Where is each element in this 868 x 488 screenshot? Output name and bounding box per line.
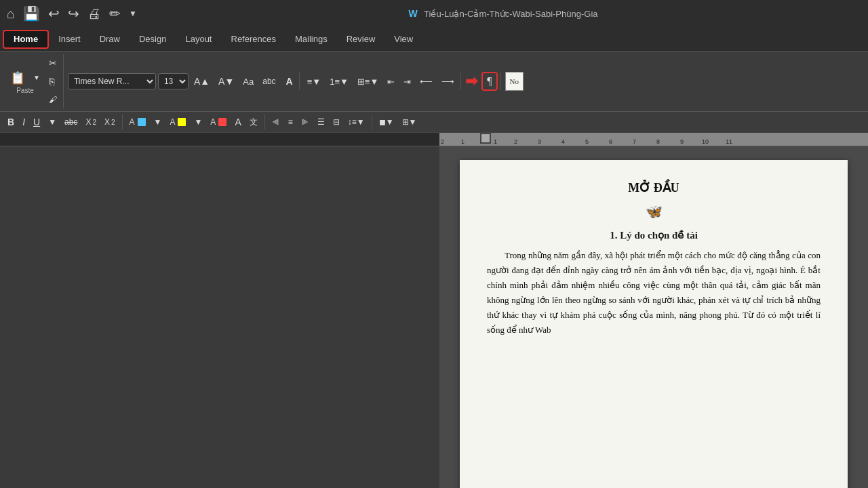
undo-icon[interactable]: ↩ <box>48 5 60 22</box>
doc-title: W Tiều-Luận-Cảm-Thức-Wabi-Sabi-Phùng-Gia <box>408 8 597 19</box>
menu-insert[interactable]: Insert <box>49 30 90 49</box>
left-to-right[interactable]: ⟵ <box>416 73 436 90</box>
paragraph-mark-button[interactable]: ¶ <box>481 72 497 91</box>
menu-review[interactable]: Review <box>337 30 385 49</box>
main-area: MỞ ĐẦU 🦋 1. Lý do chọn đề tài Trong nhữn… <box>0 146 868 488</box>
edit-icon[interactable]: ✏ <box>109 5 121 22</box>
clear-format[interactable]: abc <box>259 73 280 90</box>
font-color-dropdown[interactable]: ▼ <box>151 114 165 130</box>
menu-draw[interactable]: Draw <box>90 30 130 49</box>
menu-references[interactable]: References <box>222 30 285 49</box>
cut-button[interactable]: ✂ <box>45 54 60 72</box>
menu-bar: Home Insert Draw Design Layout Reference… <box>0 27 868 52</box>
list-group: ≡▼ 1≡▼ ⊞≡▼ ⇤ ⇥ ⟵ ⟶ <box>301 73 462 90</box>
menu-mailings[interactable]: Mailings <box>285 30 337 49</box>
ruler-left-margin <box>0 133 439 146</box>
font-size-up[interactable]: A▲ <box>191 73 213 90</box>
highlight-dropdown[interactable]: ▼ <box>191 114 205 130</box>
arrow-icon: ➡ <box>465 73 477 90</box>
menu-home[interactable]: Home <box>3 30 49 49</box>
copy-button[interactable]: ⎘ <box>45 73 60 90</box>
title-bar: ⌂ 💾 ↩ ↪ 🖨 ✏ ▼ W Tiều-Luận-Cảm-Thức-Wabi-… <box>0 0 868 27</box>
highlight-button[interactable]: A <box>166 114 189 130</box>
left-panel <box>0 146 439 488</box>
align-left[interactable]: ⫷ <box>269 114 283 130</box>
borders-button[interactable]: ⊞▼ <box>399 114 420 130</box>
print-icon[interactable]: 🖨 <box>87 6 101 22</box>
line-spacing-button[interactable]: ↕≡▼ <box>344 114 368 130</box>
divider1 <box>122 115 123 129</box>
underline-button[interactable]: U <box>30 114 43 130</box>
strikethrough-button[interactable]: abc <box>61 114 81 130</box>
ruler-tab-marker[interactable] <box>480 133 491 144</box>
font-group: Times New R... 13 A▲ A▼ Aa abc A <box>65 73 300 90</box>
text-char-button[interactable]: A <box>231 114 244 130</box>
superscript-button[interactable]: X2 <box>101 114 119 130</box>
redo-icon[interactable]: ↪ <box>68 5 79 22</box>
butterfly-icon: 🦋 <box>487 203 821 220</box>
subscript-button[interactable]: X2 <box>82 114 100 130</box>
bullet-list[interactable]: ≡▼ <box>304 73 324 90</box>
para-mark-group: ➡ ¶ <box>462 72 500 91</box>
right-to-left[interactable]: ⟶ <box>438 73 458 90</box>
paste-label: Paste <box>16 87 34 94</box>
shading-fill[interactable]: ◼▼ <box>376 114 397 130</box>
align-center[interactable]: ≡ <box>285 114 296 130</box>
font-size-down[interactable]: A▼ <box>215 73 237 90</box>
more-icon[interactable]: ▼ <box>129 9 137 18</box>
text-effects[interactable]: A <box>283 73 296 90</box>
paste-group: 📋 ▼ Paste ✂ ⎘ 🖌 <box>4 54 64 108</box>
format-painter[interactable]: 🖌 <box>45 91 60 108</box>
ribbon-format-row: B I U ▼ abc X2 X2 A ▼ A ▼ A A 文 ⫷ ≡ ⫸ ☰ … <box>0 112 868 133</box>
menu-layout[interactable]: Layout <box>176 30 221 49</box>
ribbon-toolbar: 📋 ▼ Paste ✂ ⎘ 🖌 Times New R... 13 A▲ A▼ … <box>0 52 868 112</box>
bold-button[interactable]: B <box>4 114 18 130</box>
font-size-selector[interactable]: 13 <box>158 73 189 89</box>
divider3 <box>372 115 372 129</box>
distributed[interactable]: ⊟ <box>330 114 343 130</box>
menu-design[interactable]: Design <box>130 30 176 49</box>
font-selector[interactable]: Times New R... <box>68 73 156 89</box>
divider2 <box>264 115 265 129</box>
style-normal[interactable]: No <box>505 72 524 91</box>
align-justify[interactable]: ☰ <box>314 114 328 130</box>
multilevel-list[interactable]: ⊞≡▼ <box>354 73 382 90</box>
numbered-list[interactable]: 1≡▼ <box>326 73 352 90</box>
menu-view[interactable]: View <box>384 30 422 49</box>
section1-title: 1. Lý do chọn đề tài <box>487 229 821 241</box>
styles-group: No <box>502 72 526 91</box>
paragraph1: Trong những năm gần đây, xã hội phát tri… <box>487 248 821 338</box>
ruler-active: 2 1 1 2 3 4 5 6 7 8 9 10 11 <box>439 133 868 146</box>
underline-dropdown[interactable]: ▼ <box>45 114 60 130</box>
italic-button[interactable]: I <box>19 114 28 130</box>
doc-title: MỞ ĐẦU <box>487 180 821 195</box>
font-color-button[interactable]: A <box>126 114 149 130</box>
paste-button[interactable]: 📋 <box>7 69 28 87</box>
align-right[interactable]: ⫸ <box>298 114 313 130</box>
save-icon[interactable]: 💾 <box>23 5 40 22</box>
decrease-indent[interactable]: ⇤ <box>384 73 398 90</box>
shading-button[interactable]: A <box>207 114 230 130</box>
phonetic-button[interactable]: 文 <box>246 114 261 130</box>
ruler: 2 1 1 2 3 4 5 6 7 8 9 10 11 <box>0 133 868 146</box>
home-icon[interactable]: ⌂ <box>7 6 15 22</box>
font-case[interactable]: Aa <box>239 73 257 90</box>
increase-indent[interactable]: ⇥ <box>400 73 414 90</box>
document-area[interactable]: MỞ ĐẦU 🦋 1. Lý do chọn đề tài Trong nhữn… <box>439 146 868 488</box>
document-page: MỞ ĐẦU 🦋 1. Lý do chọn đề tài Trong nhữn… <box>460 160 848 488</box>
paste-dropdown[interactable]: ▼ <box>30 69 43 87</box>
